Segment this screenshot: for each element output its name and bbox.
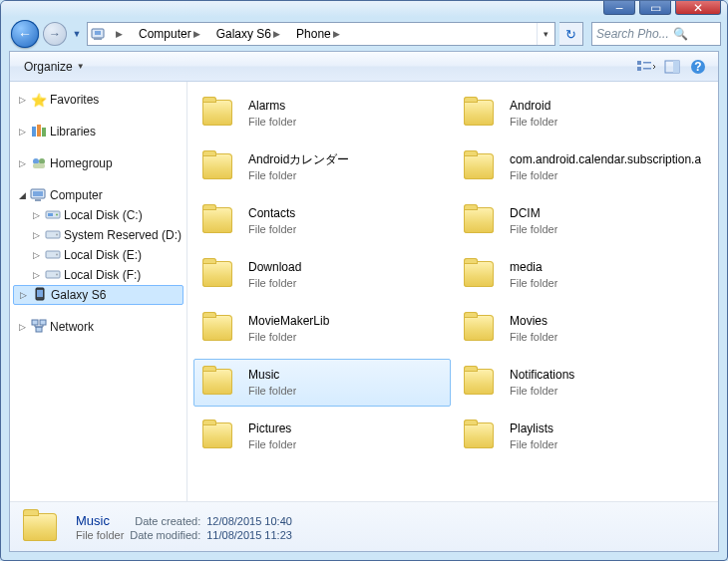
svg-point-26 bbox=[56, 253, 58, 255]
folder-type: File folder bbox=[510, 115, 557, 129]
maximize-button[interactable]: ▭ bbox=[639, 1, 671, 15]
svg-point-24 bbox=[56, 233, 58, 235]
folder-item[interactable]: MusicFile folder bbox=[193, 359, 451, 407]
tree-drive-f[interactable]: ▷ Local Disk (F:) bbox=[10, 265, 186, 285]
tree-label: Local Disk (E:) bbox=[64, 248, 142, 262]
collapse-arrow-icon[interactable]: ◢ bbox=[16, 190, 28, 200]
folder-name: Notifications bbox=[510, 368, 574, 384]
expand-arrow-icon[interactable]: ▷ bbox=[16, 158, 28, 168]
tree-drive-e[interactable]: ▷ Local Disk (E:) bbox=[10, 245, 186, 265]
details-created-value: 12/08/2015 10:40 bbox=[206, 515, 292, 527]
expand-arrow-icon[interactable]: ▷ bbox=[30, 210, 42, 220]
expand-arrow-icon[interactable]: ▷ bbox=[30, 270, 42, 280]
details-created-label: Date created: bbox=[130, 515, 200, 527]
folder-icon bbox=[460, 255, 502, 295]
computer-icon bbox=[30, 188, 48, 202]
folder-icon bbox=[198, 201, 240, 241]
folder-item[interactable]: AndroidFile folder bbox=[455, 90, 712, 138]
expand-arrow-icon[interactable]: ▷ bbox=[16, 322, 28, 332]
tree-label: Libraries bbox=[50, 125, 96, 139]
folder-icon bbox=[460, 363, 502, 403]
tree-device-galaxys6[interactable]: ▷ Galaxy S6 bbox=[13, 285, 183, 305]
close-button[interactable]: ✕ bbox=[675, 1, 721, 15]
back-button[interactable]: ← bbox=[11, 20, 39, 48]
svg-rect-19 bbox=[35, 199, 41, 201]
svg-rect-33 bbox=[36, 327, 42, 332]
folder-type: File folder bbox=[510, 384, 574, 398]
folder-icon bbox=[460, 309, 502, 349]
expand-arrow-icon[interactable]: ▷ bbox=[16, 95, 28, 105]
folder-item[interactable]: MoviesFile folder bbox=[455, 305, 712, 353]
folder-name: MovieMakerLib bbox=[248, 314, 329, 330]
folder-item[interactable]: NotificationsFile folder bbox=[455, 359, 712, 407]
location-icon bbox=[88, 27, 108, 41]
tree-libraries[interactable]: ▷ Libraries bbox=[10, 122, 186, 141]
tree-label: Favorites bbox=[50, 93, 99, 107]
svg-rect-8 bbox=[673, 61, 679, 73]
folder-type: File folder bbox=[510, 222, 557, 236]
details-folder-icon bbox=[20, 507, 64, 547]
folder-type: File folder bbox=[510, 437, 557, 451]
search-placeholder: Search Pho... bbox=[596, 27, 669, 41]
svg-rect-2 bbox=[94, 38, 102, 40]
maximize-glyph: ▭ bbox=[650, 2, 661, 14]
tree-homegroup[interactable]: ▷ Homegroup bbox=[10, 153, 186, 173]
expand-arrow-icon[interactable]: ▷ bbox=[30, 230, 42, 240]
folder-item[interactable]: DownloadFile folder bbox=[193, 251, 451, 299]
folder-name: Alarms bbox=[248, 99, 296, 115]
body-split: ▷ ⭐ Favorites ▷ Libraries ▷ bbox=[10, 82, 718, 501]
breadcrumb-folder[interactable]: Phone▶ bbox=[290, 23, 350, 45]
titlebar[interactable]: – ▭ ✕ bbox=[1, 1, 727, 17]
folder-item[interactable]: AndroidカレンダーFile folder bbox=[193, 143, 451, 191]
favorites-icon: ⭐ bbox=[30, 93, 48, 108]
svg-rect-3 bbox=[637, 61, 641, 65]
folder-item[interactable]: ContactsFile folder bbox=[193, 197, 451, 245]
phone-icon bbox=[31, 287, 49, 304]
folder-type: File folder bbox=[248, 437, 296, 451]
folder-type: File folder bbox=[248, 115, 296, 129]
preview-pane-button[interactable] bbox=[660, 56, 684, 78]
expand-arrow-icon[interactable]: ▷ bbox=[17, 290, 29, 300]
details-modified-label: Date modified: bbox=[130, 529, 200, 541]
address-bar[interactable]: ▶ Computer▶ Galaxy S6▶ Phone▶ ▾ bbox=[87, 22, 555, 46]
drive-icon bbox=[44, 208, 62, 223]
help-button[interactable]: ? bbox=[686, 56, 710, 78]
navigation-pane[interactable]: ▷ ⭐ Favorites ▷ Libraries ▷ bbox=[10, 82, 187, 501]
minimize-button[interactable]: – bbox=[603, 1, 635, 15]
drive-icon bbox=[44, 268, 62, 283]
folder-type: File folder bbox=[248, 168, 349, 182]
organize-label: Organize bbox=[24, 60, 73, 74]
search-input[interactable]: Search Pho... 🔍 bbox=[591, 22, 721, 46]
expand-arrow-icon[interactable]: ▷ bbox=[30, 250, 42, 260]
content-pane[interactable]: AlarmsFile folderAndroidFile folderAndro… bbox=[187, 82, 718, 501]
forward-button[interactable]: → bbox=[43, 22, 67, 46]
svg-rect-21 bbox=[48, 213, 53, 216]
folder-type: File folder bbox=[510, 330, 557, 344]
expand-arrow-icon[interactable]: ▷ bbox=[16, 127, 28, 137]
breadcrumb-computer[interactable]: Computer▶ bbox=[133, 23, 210, 45]
folder-item[interactable]: PicturesFile folder bbox=[193, 413, 451, 460]
breadcrumb-root-sep[interactable]: ▶ bbox=[108, 23, 133, 45]
tree-drive-c[interactable]: ▷ Local Disk (C:) bbox=[10, 205, 186, 225]
refresh-button[interactable]: ↻ bbox=[559, 22, 583, 46]
tree-drive-d[interactable]: ▷ System Reserved (D:) bbox=[10, 225, 186, 245]
folder-item[interactable]: com.android.calendar.subscription.aFile … bbox=[455, 143, 712, 191]
organize-menu[interactable]: Organize ▼ bbox=[18, 57, 91, 77]
tree-computer[interactable]: ◢ Computer bbox=[10, 185, 186, 205]
folder-type: File folder bbox=[510, 168, 701, 182]
folder-item[interactable]: AlarmsFile folder bbox=[193, 90, 451, 138]
breadcrumb-device[interactable]: Galaxy S6▶ bbox=[210, 23, 290, 45]
tree-favorites[interactable]: ▷ ⭐ Favorites bbox=[10, 90, 186, 110]
folder-item[interactable]: MovieMakerLibFile folder bbox=[193, 305, 451, 353]
network-icon bbox=[30, 319, 48, 336]
libraries-icon bbox=[30, 124, 48, 140]
folder-item[interactable]: mediaFile folder bbox=[455, 251, 712, 299]
tree-network[interactable]: ▷ Network bbox=[10, 317, 186, 337]
folder-item[interactable]: DCIMFile folder bbox=[455, 197, 712, 245]
view-options-button[interactable] bbox=[634, 56, 658, 78]
history-dropdown[interactable]: ▼ bbox=[71, 29, 83, 39]
svg-point-22 bbox=[56, 213, 58, 215]
folder-item[interactable]: PlaylistsFile folder bbox=[455, 413, 712, 460]
close-glyph: ✕ bbox=[693, 2, 703, 14]
address-dropdown[interactable]: ▾ bbox=[537, 23, 554, 45]
